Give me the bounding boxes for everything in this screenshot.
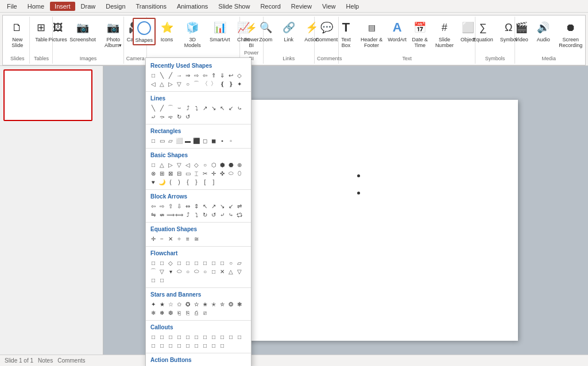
- shape-item[interactable]: ▽: [158, 267, 166, 275]
- shape-item[interactable]: ⤿: [235, 104, 243, 112]
- shape-item[interactable]: □: [149, 137, 157, 145]
- pictures-button[interactable]: 🖼 Pictures: [47, 18, 68, 44]
- audio-button[interactable]: 🔊 Audio: [533, 18, 554, 44]
- shape-item[interactable]: □: [175, 259, 183, 267]
- shape-item[interactable]: ↗: [210, 202, 218, 210]
- shape-item[interactable]: ⬜: [175, 137, 183, 145]
- shape-item[interactable]: ↻: [201, 211, 209, 219]
- shape-item[interactable]: ⬭: [192, 267, 200, 275]
- shape-item[interactable]: {: [184, 178, 192, 186]
- shape-item[interactable]: ▪: [218, 137, 226, 145]
- shape-item[interactable]: ⤵: [192, 104, 200, 112]
- menu-draw[interactable]: Draw: [76, 2, 100, 11]
- slide-thumbnail[interactable]: [3, 69, 92, 121]
- shape-item[interactable]: □: [210, 267, 218, 275]
- shape-item[interactable]: □: [175, 333, 183, 341]
- shape-item[interactable]: ▽: [175, 80, 183, 88]
- shape-item[interactable]: □: [149, 276, 157, 284]
- shape-item[interactable]: ⌒: [149, 267, 157, 275]
- shape-item[interactable]: ★: [158, 300, 166, 308]
- shape-item[interactable]: ↖: [201, 202, 209, 210]
- shape-item[interactable]: ÷: [175, 235, 183, 243]
- shape-item[interactable]: ✬: [201, 300, 209, 308]
- shape-item[interactable]: ✛: [210, 169, 218, 177]
- shape-item[interactable]: ⎗: [175, 309, 183, 317]
- shape-item[interactable]: →: [175, 71, 183, 79]
- shape-item[interactable]: ▽: [235, 267, 243, 275]
- shape-item[interactable]: □: [192, 333, 200, 341]
- shape-item[interactable]: □: [158, 333, 166, 341]
- shape-item[interactable]: □: [227, 333, 235, 341]
- shape-item[interactable]: 〉: [210, 80, 218, 88]
- shape-item[interactable]: ╱: [167, 71, 175, 79]
- wordart-button[interactable]: A WordArt: [387, 18, 408, 44]
- shape-item[interactable]: ↩: [227, 71, 235, 79]
- shape-item[interactable]: □: [218, 333, 226, 341]
- shapes-button[interactable]: Shapes: [133, 18, 156, 45]
- menu-review[interactable]: Review: [287, 2, 316, 11]
- shape-item[interactable]: ≅: [192, 235, 200, 243]
- equation-button[interactable]: ∑ Equation: [470, 18, 496, 44]
- shape-item[interactable]: ⤼: [158, 112, 166, 120]
- shape-item[interactable]: ⇨: [192, 71, 200, 79]
- shape-item[interactable]: ○: [184, 267, 192, 275]
- shape-item[interactable]: ↙: [227, 104, 235, 112]
- screenshot-button[interactable]: 📷 Screenshot: [69, 18, 96, 44]
- menu-transitions[interactable]: Transitions: [131, 2, 171, 11]
- shape-item[interactable]: □: [158, 341, 166, 349]
- shape-item[interactable]: □: [184, 333, 192, 341]
- shape-item[interactable]: ⊠: [167, 169, 175, 177]
- shape-item[interactable]: ○: [184, 80, 192, 88]
- shape-item[interactable]: □: [158, 276, 166, 284]
- notes-button[interactable]: Notes: [38, 357, 53, 364]
- slide-number-button[interactable]: # Slide Number: [432, 18, 457, 50]
- shape-item[interactable]: (: [167, 178, 175, 186]
- menu-record[interactable]: Record: [256, 2, 285, 11]
- shape-item[interactable]: ╱: [158, 104, 166, 112]
- shape-item[interactable]: 🌙: [158, 178, 166, 186]
- shape-item[interactable]: ): [175, 178, 183, 186]
- shape-item[interactable]: ⊟: [175, 169, 183, 177]
- menu-insert[interactable]: Insert: [50, 2, 75, 11]
- shape-item[interactable]: ✦: [149, 300, 157, 308]
- shape-item[interactable]: □: [175, 341, 183, 349]
- shape-item[interactable]: ⤴: [184, 211, 192, 219]
- shape-item[interactable]: □: [149, 259, 157, 267]
- shape-item[interactable]: ⎙: [192, 309, 200, 317]
- shape-item[interactable]: ⇌: [235, 202, 243, 210]
- shape-item[interactable]: ⌣: [175, 104, 183, 112]
- menu-animations[interactable]: Animations: [172, 2, 212, 11]
- shape-item[interactable]: ◁: [184, 161, 192, 169]
- shape-item[interactable]: ▽: [175, 161, 183, 169]
- shape-item[interactable]: ↻: [175, 112, 183, 120]
- shape-item[interactable]: □: [218, 259, 226, 267]
- shape-item[interactable]: ◇: [192, 161, 200, 169]
- shape-item[interactable]: □: [210, 259, 218, 267]
- shape-item[interactable]: ✜: [218, 169, 226, 177]
- shape-item[interactable]: ⬡: [210, 161, 218, 169]
- shape-item[interactable]: ⇑: [210, 71, 218, 79]
- shape-item[interactable]: □: [192, 259, 200, 267]
- shape-item[interactable]: −: [158, 235, 166, 243]
- shape-item[interactable]: ⇎: [158, 211, 166, 219]
- shape-item[interactable]: ◇: [235, 71, 243, 79]
- shape-item[interactable]: ]: [210, 178, 218, 186]
- shape-item[interactable]: ❅: [158, 309, 166, 317]
- shape-item[interactable]: ✛: [149, 235, 157, 243]
- shape-item[interactable]: ❴: [218, 80, 226, 88]
- shape-item[interactable]: △: [227, 267, 235, 275]
- smartart-button[interactable]: 📊 SmartArt: [208, 18, 232, 44]
- shape-item[interactable]: ╲: [149, 104, 157, 112]
- shape-item[interactable]: ⌒: [192, 80, 200, 88]
- shape-item[interactable]: △: [158, 161, 166, 169]
- shape-item[interactable]: ⬛: [192, 137, 200, 145]
- shape-item[interactable]: □: [158, 259, 166, 267]
- 3d-models-button[interactable]: 🧊 3D Models: [179, 18, 207, 50]
- shape-item[interactable]: □: [184, 341, 192, 349]
- shape-item[interactable]: 〈: [201, 80, 209, 88]
- shape-item[interactable]: ⇕: [192, 202, 200, 210]
- icons-button[interactable]: ⭐ Icons: [157, 18, 177, 44]
- shape-item[interactable]: ✂: [201, 169, 209, 177]
- video-button[interactable]: 🎬 Video: [511, 18, 532, 44]
- shape-item[interactable]: ⊞: [158, 169, 166, 177]
